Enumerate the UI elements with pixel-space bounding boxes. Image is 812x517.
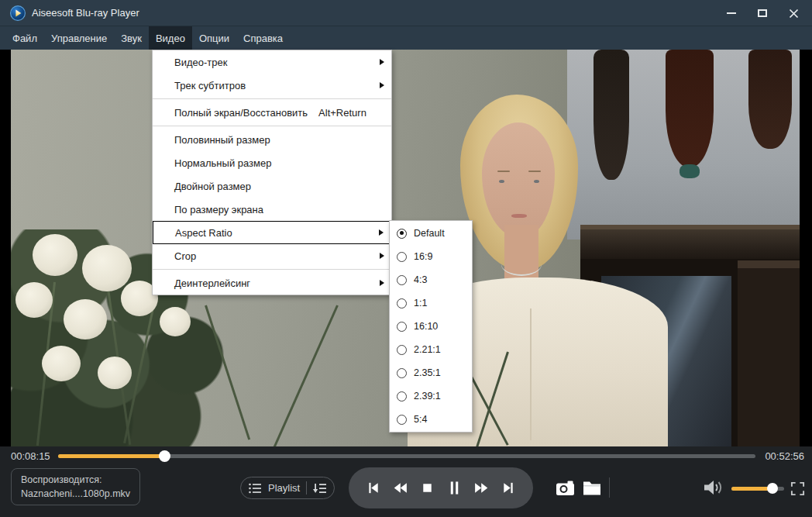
mute-button[interactable] <box>701 477 728 498</box>
play-order-icon[interactable] <box>313 483 326 494</box>
aspect-option-16-9[interactable]: 16:9 <box>390 245 472 268</box>
menu-item-label: Crop <box>174 250 196 262</box>
menu-separator <box>153 98 391 99</box>
menu-item-label: По размеру экрана <box>174 204 263 215</box>
control-bar: 00:08:15 00:52:56 Воспроизводится: Nazna… <box>0 446 812 517</box>
total-time: 00:52:56 <box>765 450 804 462</box>
radio-icon <box>397 415 407 425</box>
radio-icon <box>397 368 407 378</box>
playlist-button[interactable]: Playlist <box>240 477 335 499</box>
scene-necklace <box>501 253 542 276</box>
aspect-ratio-submenu: Default 16:9 4:3 1:1 16:10 2.21:1 2.35:1 <box>389 220 473 433</box>
scene-cabinet-side <box>738 260 800 446</box>
minimize-icon <box>727 12 736 14</box>
scene-carved-figure <box>594 50 629 180</box>
scene-wooden-vase-2 <box>748 50 792 149</box>
fullscreen-icon <box>790 481 805 496</box>
list-icon <box>249 483 262 494</box>
seek-bar[interactable] <box>58 454 755 458</box>
snapshot-button[interactable] <box>555 478 576 497</box>
menu-video[interactable]: Видео <box>149 26 192 50</box>
menu-item-deinterlacing[interactable]: Деинтерлейсинг <box>153 271 391 295</box>
scene-rose <box>64 299 107 339</box>
scene-rose <box>98 357 132 389</box>
aspect-option-2-35-1[interactable]: 2.35:1 <box>390 361 472 384</box>
aspect-option-label: 5:4 <box>414 414 427 425</box>
menu-item-label: Двойной размер <box>174 181 251 192</box>
fullscreen-button[interactable] <box>789 481 806 496</box>
aspect-option-16-10[interactable]: 16:10 <box>390 315 472 338</box>
maximize-button[interactable] <box>752 3 773 23</box>
rewind-button[interactable] <box>391 479 410 498</box>
menu-item-fullscreen[interactable]: Полный экран/Восстановить Alt+Return <box>153 101 391 124</box>
menu-item-crop[interactable]: Crop <box>153 244 391 267</box>
folder-icon <box>583 481 601 495</box>
menubar: Файл Управление Звук Видео Опции Справка <box>0 26 812 50</box>
window-title: Aiseesoft Blu-ray Player <box>32 0 139 26</box>
close-button[interactable] <box>783 3 804 23</box>
aspect-option-2-21-1[interactable]: 2.21:1 <box>390 338 472 361</box>
aspect-option-2-39-1[interactable]: 2.39:1 <box>390 384 472 408</box>
app-window: Aiseesoft Blu-ray Player Файл Управление… <box>0 0 812 517</box>
playlist-button-label: Playlist <box>268 482 300 494</box>
open-file-button[interactable] <box>581 478 603 497</box>
submenu-arrow-icon <box>380 59 384 65</box>
scene-rose <box>82 245 132 291</box>
aspect-option-label: 4:3 <box>414 274 427 285</box>
scene-rose <box>15 282 53 318</box>
menu-control[interactable]: Управление <box>44 26 114 50</box>
radio-icon <box>397 391 407 402</box>
volume-thumb[interactable] <box>767 483 778 494</box>
menu-item-subtitle-track[interactable]: Трек субтитров <box>153 74 391 97</box>
menu-item-fit-screen[interactable]: По размеру экрана <box>153 198 391 221</box>
transport-controls <box>349 467 533 508</box>
menu-item-label: Половинный размер <box>174 134 270 146</box>
aspect-option-label: 1:1 <box>414 298 427 308</box>
menu-item-label: Нормальный размер <box>174 157 271 169</box>
now-playing-box: Воспроизводится: Naznacheni....1080p.mkv <box>11 468 140 505</box>
menu-file[interactable]: Файл <box>5 26 44 50</box>
menu-audio[interactable]: Звук <box>114 26 149 50</box>
menu-item-aspect-ratio[interactable]: Aspect Ratio <box>153 221 391 244</box>
playlist-divider <box>306 481 307 495</box>
aspect-option-label: 2.35:1 <box>414 367 441 378</box>
radio-checked-icon <box>397 229 407 239</box>
previous-button[interactable] <box>364 479 383 498</box>
menu-separator <box>153 126 391 126</box>
minimize-button[interactable] <box>721 3 742 23</box>
titlebar: Aiseesoft Blu-ray Player <box>0 0 812 26</box>
now-playing-label: Воспроизводится: <box>21 474 130 488</box>
volume-slider[interactable] <box>731 487 784 491</box>
menu-item-double-size[interactable]: Двойной размер <box>153 174 391 198</box>
next-button[interactable] <box>500 479 518 498</box>
seek-bar-fill <box>58 454 164 458</box>
submenu-arrow-icon <box>379 229 384 236</box>
aspect-option-label: 2.21:1 <box>414 344 441 355</box>
aspect-option-4-3[interactable]: 4:3 <box>390 268 472 291</box>
radio-icon <box>397 298 407 308</box>
video-menu-dropdown: Видео-трек Трек субтитров Полный экран/В… <box>152 50 392 295</box>
aspect-option-label: 16:10 <box>414 321 438 332</box>
camera-icon <box>556 480 576 496</box>
maximize-icon <box>758 9 767 17</box>
fast-forward-button[interactable] <box>473 479 491 498</box>
aspect-option-1-1[interactable]: 1:1 <box>390 291 472 315</box>
menu-help[interactable]: Справка <box>236 26 290 50</box>
aspect-option-default[interactable]: Default <box>390 222 472 245</box>
submenu-arrow-icon <box>380 253 384 259</box>
menu-item-label: Трек субтитров <box>174 80 246 91</box>
menu-options[interactable]: Опции <box>192 26 236 50</box>
scene-rose <box>160 307 191 336</box>
scene-rose <box>42 346 81 381</box>
aspect-option-5-4[interactable]: 5:4 <box>390 408 472 431</box>
radio-icon <box>397 252 407 262</box>
seek-bar-thumb[interactable] <box>159 450 170 462</box>
menu-item-half-size[interactable]: Половинный размер <box>153 128 391 151</box>
menu-item-label: Aspect Ratio <box>175 227 232 239</box>
scene-cabinet-cornice <box>580 225 800 260</box>
menu-item-video-track[interactable]: Видео-трек <box>153 50 391 74</box>
menu-item-normal-size[interactable]: Нормальный размер <box>153 151 391 174</box>
pause-button[interactable] <box>446 479 464 498</box>
menu-item-label: Видео-трек <box>174 57 227 68</box>
stop-button[interactable] <box>418 479 437 498</box>
